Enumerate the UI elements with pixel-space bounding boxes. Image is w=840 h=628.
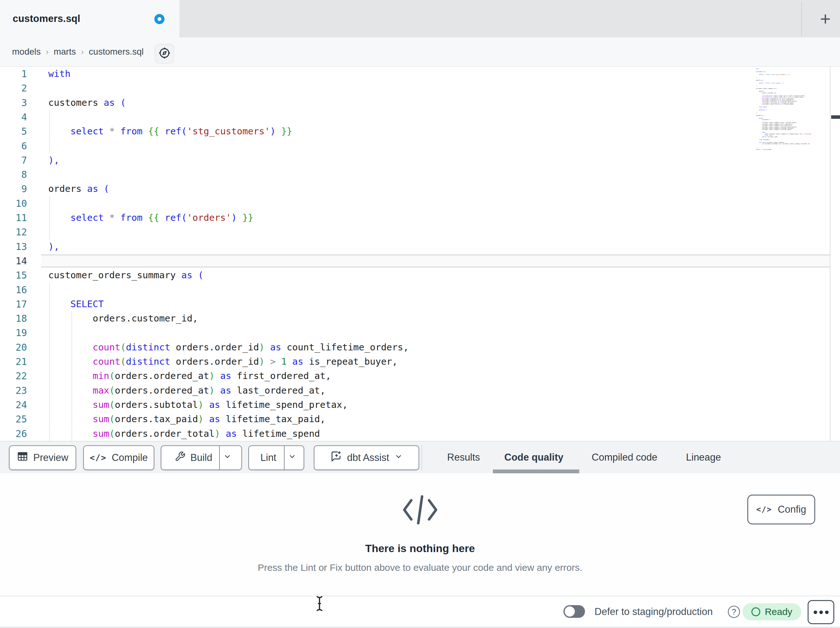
code-text: ), <box>48 239 59 254</box>
code-text: sum(orders.order_total) as lifetime_spen… <box>48 427 320 441</box>
preview-button[interactable]: Preview <box>9 445 76 470</box>
line-number: 7 <box>0 153 27 168</box>
code-line[interactable]: 12 <box>0 225 830 239</box>
compile-button[interactable]: </> Compile <box>83 445 154 470</box>
code-icon: </> <box>756 505 772 514</box>
code-line[interactable]: 3customers as ( <box>0 96 830 110</box>
code-line[interactable]: 13), <box>0 239 830 254</box>
code-line[interactable]: 18 orders.customer_id, <box>0 311 830 326</box>
tab-code-quality-label: Code quality <box>504 452 564 463</box>
code-text: with <box>48 67 71 81</box>
lint-button[interactable]: Lint <box>253 452 284 463</box>
code-text: count(distinct orders.order_id) > 1 as i… <box>48 354 398 369</box>
line-number: 6 <box>0 139 27 153</box>
build-dropdown-button[interactable] <box>220 452 235 463</box>
dot-icon <box>814 611 817 614</box>
breadcrumb-item-marts[interactable]: marts <box>54 47 76 57</box>
tab-compiled-code[interactable]: Compiled code <box>592 441 657 473</box>
line-number: 8 <box>0 168 27 182</box>
code-line[interactable]: 5 select * from {{ ref('stg_customers') … <box>0 124 830 139</box>
lint-button-label: Lint <box>261 452 276 463</box>
code-text: max(orders.ordered_at) as last_ordered_a… <box>48 383 325 398</box>
toolbar-tabs-divider <box>422 445 422 471</box>
line-number: 26 <box>0 427 27 441</box>
code-line[interactable]: 4 <box>0 110 830 124</box>
code-line[interactable]: 16 <box>0 283 830 297</box>
code-text: count(distinct orders.order_id) as count… <box>48 340 409 354</box>
line-number: 20 <box>0 340 27 354</box>
dbt-assist-button[interactable]: dbt Assist <box>314 445 419 470</box>
code-line[interactable]: 9orders as ( <box>0 182 830 196</box>
build-split-button[interactable]: Build <box>161 445 242 470</box>
tab-compiled-code-label: Compiled code <box>592 452 657 463</box>
line-number: 17 <box>0 297 27 311</box>
config-button[interactable]: </> Config <box>747 495 815 524</box>
build-button[interactable]: Build <box>168 451 219 464</box>
breadcrumb-item-models[interactable]: models <box>12 47 41 57</box>
code-brackets-icon <box>401 494 439 527</box>
indent-guide <box>71 326 72 340</box>
code-line[interactable]: 23 max(orders.ordered_at) as last_ordere… <box>0 383 830 398</box>
code-text: customers as ( <box>48 96 126 110</box>
wrench-icon <box>175 451 185 464</box>
breadcrumb-separator: › <box>46 47 49 57</box>
line-number: 18 <box>0 311 27 326</box>
chevron-down-icon <box>223 452 232 463</box>
help-icon[interactable]: ? <box>728 606 740 618</box>
code-text: sum(orders.subtotal) as lifetime_spend_p… <box>48 398 348 412</box>
lint-dropdown-button[interactable] <box>284 452 300 463</box>
tab-results[interactable]: Results <box>447 441 480 473</box>
code-line[interactable]: 6 <box>0 139 830 153</box>
code-line[interactable]: 17 SELECT <box>0 297 830 311</box>
code-line[interactable]: 1with <box>0 67 830 81</box>
code-line[interactable]: 21 count(distinct orders.order_id) > 1 a… <box>0 354 830 369</box>
code-line[interactable]: 8 <box>0 168 830 182</box>
tabbar-divider <box>801 2 802 36</box>
file-tab-customers-sql[interactable]: customers.sql <box>0 0 180 38</box>
line-number: 12 <box>0 225 27 239</box>
overflow-menu-button[interactable] <box>808 600 834 624</box>
line-number: 24 <box>0 398 27 412</box>
code-line[interactable]: 2 <box>0 81 830 95</box>
code-editor[interactable]: 1with23customers as (45 select * from {{… <box>0 67 840 441</box>
new-tab-button[interactable]: + <box>812 5 839 33</box>
indent-guide <box>49 139 50 153</box>
dbt-ide-window: customers.sql + models › marts › custome… <box>0 0 840 628</box>
line-number: 16 <box>0 283 27 297</box>
code-line[interactable]: 26 sum(orders.order_total) as lifetime_s… <box>0 427 830 441</box>
minimap-line: select * from joined <box>756 149 819 150</box>
code-line[interactable]: 7), <box>0 153 830 168</box>
editor-right-divider <box>830 67 831 441</box>
code-line[interactable]: 25 sum(orders.tax_paid) as lifetime_tax_… <box>0 412 830 426</box>
code-line[interactable]: 11 select * from {{ ref('orders') }} <box>0 210 830 225</box>
breadcrumb: models › marts › customers.sql <box>12 38 144 66</box>
breadcrumb-row: models › marts › customers.sql <box>0 38 840 67</box>
breadcrumb-item-file[interactable]: customers.sql <box>89 47 144 57</box>
code-line[interactable]: 14 <box>0 254 830 268</box>
minimap[interactable]: with customers as ( select * from {{ ref… <box>756 68 819 154</box>
tab-lineage[interactable]: Lineage <box>686 441 721 473</box>
tab-code-quality[interactable]: Code quality <box>504 441 564 473</box>
code-line[interactable]: 15customer_orders_summary as ( <box>0 268 830 282</box>
lint-split-button[interactable]: Lint <box>248 445 304 470</box>
code-line[interactable]: 19 <box>0 326 830 340</box>
code-line[interactable]: 10 <box>0 196 830 210</box>
defer-toggle[interactable] <box>564 605 585 618</box>
line-number: 22 <box>0 369 27 383</box>
explore-lineage-button[interactable] <box>155 44 174 63</box>
chevron-down-icon <box>288 452 297 463</box>
code-line[interactable]: 20 count(distinct orders.order_id) as co… <box>0 340 830 354</box>
active-line-highlight <box>41 254 830 268</box>
dbt-assist-label: dbt Assist <box>347 452 389 463</box>
code-text: ), <box>48 153 59 168</box>
line-number: 13 <box>0 239 27 254</box>
code-text: select * from {{ ref('stg_customers') }} <box>48 124 292 139</box>
editor-tab-bar: customers.sql + <box>0 0 840 38</box>
scrollbar-thumb[interactable] <box>831 115 840 119</box>
code-line[interactable]: 24 sum(orders.subtotal) as lifetime_spen… <box>0 398 830 412</box>
active-tab-underline <box>493 470 579 473</box>
code-line[interactable]: 22 min(orders.ordered_at) as first_order… <box>0 369 830 383</box>
line-number: 25 <box>0 412 27 426</box>
line-number: 5 <box>0 124 27 139</box>
status-dot-icon <box>752 607 760 616</box>
